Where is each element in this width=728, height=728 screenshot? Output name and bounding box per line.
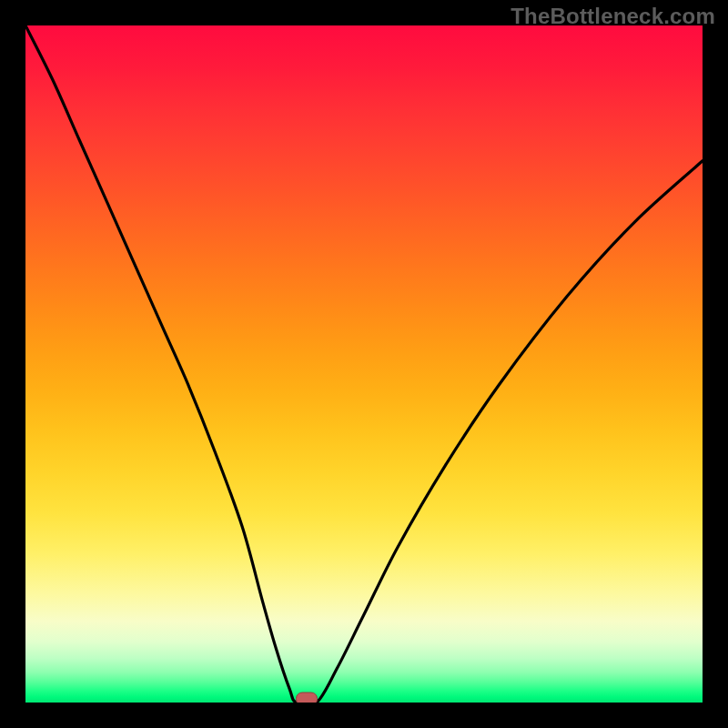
chart-frame: TheBottleneck.com [0,0,728,728]
curve-svg [25,25,703,703]
bottleneck-curve [25,25,703,703]
optimum-marker [296,693,318,703]
plot-area [25,25,703,703]
